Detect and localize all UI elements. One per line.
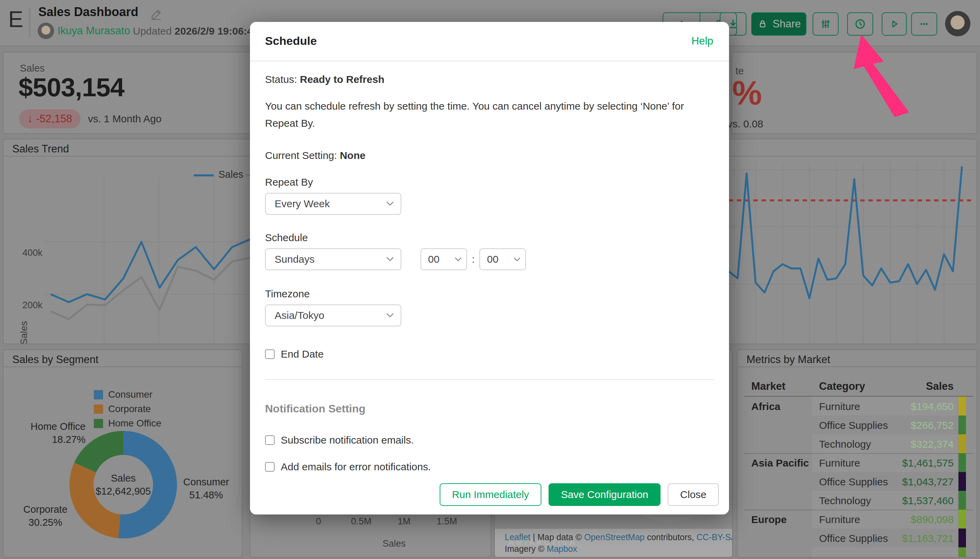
- heat-strip: [959, 547, 966, 557]
- timezone-label: Timezone: [265, 288, 714, 300]
- notification-heading: Notification Setting: [265, 402, 714, 415]
- close-button[interactable]: Close: [668, 483, 719, 506]
- chevron-down-icon: [455, 257, 462, 262]
- schedule-button[interactable]: [847, 12, 873, 36]
- repeat-by-label: Repeat By: [265, 176, 714, 188]
- timezone-select[interactable]: Asia/Tokyo: [265, 304, 401, 326]
- clock-icon: [854, 18, 867, 30]
- sales-cell: $890,098: [911, 514, 954, 526]
- x-tick: 0.5M: [341, 516, 382, 527]
- market-cell: Africa: [751, 401, 780, 412]
- minute-select[interactable]: 00: [479, 248, 526, 270]
- table-row: [737, 547, 977, 557]
- arrow-down-icon: ↓: [27, 113, 33, 125]
- play-icon: [888, 18, 901, 30]
- legend-swatch-home-office: [94, 419, 103, 428]
- run-button-header[interactable]: [882, 12, 907, 36]
- hour-select[interactable]: 00: [421, 248, 467, 270]
- annotation-arrow: [854, 34, 912, 120]
- ellipsis-icon: [918, 18, 931, 30]
- current-setting-line: Current Setting: None: [265, 150, 714, 161]
- heat-strip: [959, 529, 966, 547]
- sales-by-segment-card: Sales by Segment Home Office18.27% Corpo…: [3, 349, 243, 557]
- error-emails-row: Add emails for error notifications.: [265, 461, 714, 473]
- legend-swatch-consumer: [94, 390, 103, 399]
- x-axis-label: Sales: [346, 538, 442, 549]
- y-tick: 200k: [20, 300, 43, 311]
- schedule-day-select[interactable]: Sundays: [265, 248, 401, 270]
- kpi-card-sales: Sales $503,154 ↓ -52,158 vs. 1 Month Ago: [3, 52, 252, 134]
- error-emails-checkbox[interactable]: [265, 462, 275, 471]
- attribution-text: Imagery ©: [505, 544, 547, 554]
- legend-swatch-corporate: [94, 405, 103, 414]
- app-logo[interactable]: E: [8, 6, 24, 32]
- sales-cell: $322,374: [911, 438, 954, 450]
- category-cell: Furniture: [819, 457, 860, 469]
- attribution-link[interactable]: OpenStreetMap: [584, 532, 645, 542]
- col-header-market: Market: [751, 380, 785, 392]
- header-divider: [30, 8, 30, 38]
- edit-title-icon[interactable]: [149, 8, 163, 23]
- attribution-text: | Map data ©: [530, 532, 584, 542]
- market-cell: Europe: [751, 514, 787, 526]
- end-date-label: End Date: [281, 348, 323, 360]
- share-button[interactable]: Share: [751, 12, 807, 36]
- table-row: Office Supplies$1,043,727: [737, 472, 977, 491]
- run-immediately-button[interactable]: Run Immediately: [440, 483, 541, 506]
- table-row: Technology$322,374: [737, 434, 977, 453]
- heat-strip: [959, 434, 966, 453]
- category-cell: Technology: [819, 495, 871, 507]
- donut-center-label: Sales $12,642,905: [89, 471, 157, 498]
- user-avatar[interactable]: [945, 11, 970, 36]
- dialog-title: Schedule: [265, 34, 317, 48]
- category-cell: Office Supplies: [819, 420, 888, 431]
- category-cell: Technology: [819, 438, 871, 450]
- map-attribution-line2: Imagery © Mapbox: [505, 544, 577, 554]
- table-row: Asia PacificFurniture$1,461,575: [737, 453, 977, 472]
- kpi-sales-value: $503,154: [18, 72, 124, 102]
- table-row: Office Supplies$1,163,721: [737, 529, 977, 547]
- time-colon: :: [472, 253, 475, 265]
- legend-label: Corporate: [108, 404, 151, 415]
- page-title: Sales Dashboard: [38, 5, 139, 19]
- card-title: Sales by Segment: [12, 354, 99, 366]
- col-header-sales: Sales: [926, 380, 954, 392]
- sales-cell: $1,461,575: [902, 457, 954, 469]
- table-row: AfricaFurniture$194,650: [737, 397, 977, 415]
- legend-label: Consumer: [108, 389, 152, 400]
- x-tick: 0: [298, 516, 339, 527]
- slice-label-corporate: Corporate30.25%: [14, 503, 77, 529]
- chevron-down-icon: [386, 313, 394, 318]
- repeat-by-select[interactable]: Every Week: [265, 193, 401, 215]
- schedule-dialog: Schedule Help Status: Ready to Refresh Y…: [250, 22, 729, 514]
- x-tick: 1.5M: [426, 516, 467, 527]
- slice-label-home-office: Home Office18.27%: [14, 420, 86, 446]
- category-cell: Office Supplies: [819, 533, 888, 544]
- attribution-link[interactable]: CC-BY-SA: [696, 532, 733, 542]
- table-row: EuropeFurniture$890,098: [737, 510, 977, 529]
- help-link[interactable]: Help: [691, 35, 713, 47]
- updated-timestamp: Updated 2026/2/9 19:06:45: [133, 25, 259, 37]
- card-divider: [737, 367, 977, 367]
- settings-button[interactable]: [813, 12, 838, 36]
- category-cell: Office Supplies: [819, 476, 888, 488]
- owner-name[interactable]: Ikuya Murasato: [58, 25, 130, 37]
- sliders-icon: [819, 18, 832, 30]
- metrics-by-market-card: Metrics by Market Market Category Sales …: [737, 349, 977, 557]
- more-button[interactable]: [911, 12, 937, 36]
- subscribe-checkbox[interactable]: [265, 435, 275, 445]
- section-divider: [265, 379, 714, 380]
- legend-label: Home Office: [108, 418, 161, 429]
- save-configuration-button[interactable]: Save Configuration: [549, 483, 660, 506]
- card-title: Sales Trend: [12, 143, 69, 155]
- kpi-sales-compare: vs. 1 Month Ago: [88, 113, 162, 125]
- dialog-header: Schedule Help: [250, 22, 729, 61]
- attribution-link[interactable]: Leaflet: [505, 532, 530, 542]
- sales-cell: $1,043,727: [902, 476, 954, 488]
- attribution-link[interactable]: Mapbox: [547, 544, 577, 554]
- owner-avatar[interactable]: [38, 23, 54, 39]
- schedule-label: Schedule: [265, 232, 714, 243]
- slice-label-consumer: Consumer51.48%: [179, 475, 234, 501]
- end-date-checkbox[interactable]: [265, 349, 275, 359]
- category-cell: Furniture: [819, 401, 860, 412]
